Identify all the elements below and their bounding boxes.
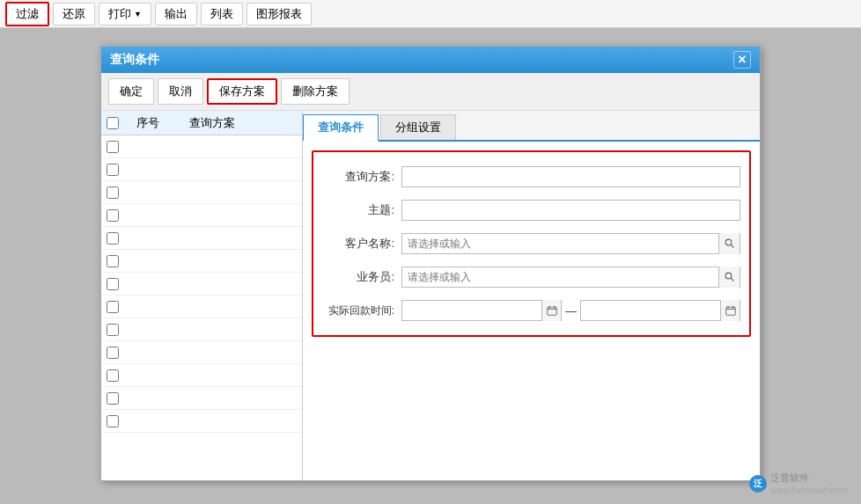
row-checkbox[interactable] xyxy=(107,415,119,427)
subject-input[interactable] xyxy=(401,200,740,221)
query-scheme-label: 查询方案: xyxy=(322,169,401,185)
tab-query-conditions[interactable]: 查询条件 xyxy=(303,114,379,142)
sales-rep-row: 业务员: xyxy=(322,265,740,289)
row-checkbox[interactable] xyxy=(107,209,119,222)
scheme-list-row xyxy=(101,227,302,250)
scheme-list-row xyxy=(101,341,302,364)
row-checkbox[interactable] xyxy=(107,369,119,382)
modal-window: 查询条件 × 确定 取消 保存方案 删除方案 序号 查询方案 xyxy=(100,46,761,481)
query-panel: 查询条件 分组设置 查询方案: 主题: xyxy=(303,111,760,480)
row-checkbox[interactable] xyxy=(107,232,119,245)
customer-name-input[interactable] xyxy=(402,236,718,252)
toolbar: 过滤 还原 打印 ▼ 输出 列表 图形报表 xyxy=(0,0,861,28)
row-checkbox[interactable] xyxy=(107,278,119,290)
svg-point-0 xyxy=(725,239,732,245)
row-checkbox[interactable] xyxy=(107,255,119,267)
tab-bar: 查询条件 分组设置 xyxy=(303,111,760,142)
scheme-list-row xyxy=(101,364,302,387)
modal-close-button[interactable]: × xyxy=(733,51,751,69)
scheme-list-row xyxy=(101,273,302,296)
query-form-area: 查询方案: 主题: 客户名称: xyxy=(312,150,751,337)
scheme-list-header: 序号 查询方案 xyxy=(101,111,302,135)
subject-row: 主题: xyxy=(322,198,740,223)
scheme-list-row xyxy=(101,204,302,227)
date-from-input[interactable] xyxy=(402,303,541,318)
modal-titlebar: 查询条件 × xyxy=(101,47,760,73)
watermark-company: 泛普软件 www.fanpusoft.com xyxy=(770,471,847,495)
scheme-list-panel: 序号 查询方案 xyxy=(101,111,303,480)
customer-name-label: 客户名称: xyxy=(322,236,401,252)
seq-column-header: 序号 xyxy=(136,115,172,131)
customer-name-row: 客户名称: xyxy=(322,231,740,256)
list-button[interactable]: 列表 xyxy=(201,3,243,26)
print-label: 打印 xyxy=(108,6,131,22)
chart-button[interactable]: 图形报表 xyxy=(247,3,312,26)
date-to-calendar-icon[interactable] xyxy=(720,300,740,321)
sales-rep-input[interactable] xyxy=(402,269,718,285)
scheme-list-row xyxy=(101,135,302,158)
date-to-wrap xyxy=(580,300,740,321)
watermark-logo: 泛 xyxy=(749,475,767,493)
actual-return-time-label: 实际回款时间: xyxy=(322,303,401,318)
subject-label: 主题: xyxy=(322,202,401,218)
actual-return-time-row: 实际回款时间: xyxy=(322,298,740,323)
scheme-list-row xyxy=(101,387,302,410)
svg-line-1 xyxy=(731,245,733,247)
modal-title: 查询条件 xyxy=(110,52,159,68)
row-checkbox[interactable] xyxy=(107,141,119,153)
date-to-input[interactable] xyxy=(581,303,720,318)
modal-overlay: 查询条件 × 确定 取消 保存方案 删除方案 序号 查询方案 xyxy=(0,28,861,504)
scheme-list-select-all[interactable] xyxy=(107,117,119,129)
save-scheme-button[interactable]: 保存方案 xyxy=(207,78,277,105)
tab-group-settings[interactable]: 分组设置 xyxy=(380,114,456,140)
svg-point-2 xyxy=(725,273,732,279)
date-from-wrap xyxy=(401,300,562,321)
row-checkbox[interactable] xyxy=(107,324,119,336)
row-checkbox[interactable] xyxy=(107,301,119,313)
filter-button[interactable]: 过滤 xyxy=(5,2,49,26)
sales-rep-field xyxy=(401,267,740,288)
customer-name-search-icon[interactable] xyxy=(718,233,740,254)
modal-body: 序号 查询方案 xyxy=(101,111,760,480)
cancel-button[interactable]: 取消 xyxy=(158,78,203,105)
scheme-list-body xyxy=(101,135,302,480)
date-separator: — xyxy=(565,304,577,318)
print-button[interactable]: 打印 ▼ xyxy=(99,3,151,26)
restore-button[interactable]: 还原 xyxy=(53,3,95,26)
modal-actions: 确定 取消 保存方案 删除方案 xyxy=(101,73,760,111)
scheme-list-row xyxy=(101,250,302,273)
confirm-button[interactable]: 确定 xyxy=(108,78,154,105)
sales-rep-label: 业务员: xyxy=(322,269,401,285)
customer-name-field xyxy=(401,233,740,254)
scheme-list-row xyxy=(101,410,302,433)
svg-rect-8 xyxy=(725,307,735,315)
query-scheme-input[interactable] xyxy=(401,166,740,187)
svg-rect-4 xyxy=(547,307,556,315)
query-scheme-row: 查询方案: xyxy=(322,164,740,189)
date-range-field: — xyxy=(401,300,740,321)
date-from-calendar-icon[interactable] xyxy=(541,300,561,321)
print-arrow-icon: ▼ xyxy=(134,10,142,18)
delete-scheme-button[interactable]: 删除方案 xyxy=(281,78,350,105)
row-checkbox[interactable] xyxy=(107,392,119,405)
scheme-list-row xyxy=(101,318,302,341)
scheme-list-row xyxy=(101,158,302,181)
scheme-list-row xyxy=(101,181,302,204)
watermark: 泛 泛普软件 www.fanpusoft.com xyxy=(749,471,847,495)
row-checkbox[interactable] xyxy=(107,186,119,199)
row-checkbox[interactable] xyxy=(107,347,119,359)
sales-rep-search-icon[interactable] xyxy=(718,267,740,288)
scheme-column-header: 查询方案 xyxy=(189,115,235,131)
row-checkbox[interactable] xyxy=(107,164,119,176)
svg-line-3 xyxy=(731,278,733,281)
scheme-list-row xyxy=(101,296,302,318)
export-button[interactable]: 输出 xyxy=(155,3,197,26)
